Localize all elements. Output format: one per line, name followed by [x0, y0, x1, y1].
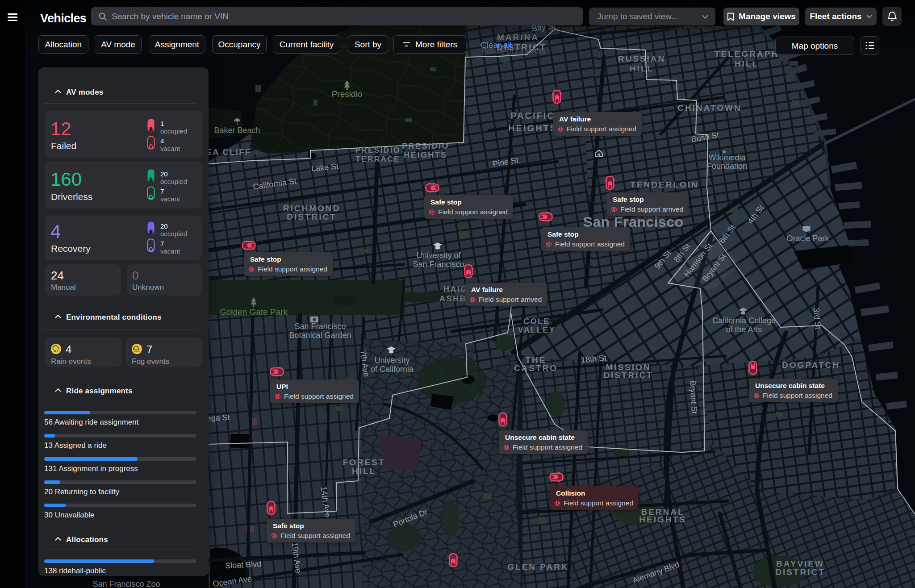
svg-text:VALLEY: VALLEY: [518, 325, 556, 334]
svg-text:Bryant St: Bryant St: [688, 380, 699, 414]
svg-text:CHINATOWN: CHINATOWN: [677, 103, 741, 113]
svg-text:DISTRICT: DISTRICT: [603, 371, 653, 380]
svg-text:Sloat Blvd: Sloat Blvd: [225, 559, 262, 570]
svg-text:Foundation: Foundation: [707, 162, 747, 171]
svg-text:EA CLIFF: EA CLIFF: [206, 148, 251, 157]
svg-text:TERRACE: TERRACE: [355, 155, 400, 163]
svg-text:DISTRICT: DISTRICT: [287, 212, 337, 221]
svg-text:Baker Beach: Baker Beach: [214, 126, 260, 135]
svg-text:HEIGHTS: HEIGHTS: [639, 515, 686, 524]
svg-text:University of: University of: [416, 251, 461, 260]
svg-text:HEIGHTS: HEIGHTS: [508, 123, 557, 133]
svg-text:FOREST: FOREST: [343, 458, 385, 467]
svg-text:Presidio: Presidio: [332, 89, 363, 99]
svg-text:HILL: HILL: [630, 64, 654, 73]
svg-text:RICHMOND: RICHMOND: [283, 204, 341, 213]
svg-text:PRESIDIO: PRESIDIO: [402, 142, 449, 150]
svg-text:California College: California College: [712, 316, 776, 325]
svg-text:ega St: ega St: [206, 413, 230, 423]
svg-text:HILL: HILL: [735, 59, 759, 68]
svg-text:Oracle Park: Oracle Park: [786, 234, 829, 243]
svg-text:Golden Gate Park: Golden Gate Park: [220, 307, 288, 317]
svg-text:DISTRICT: DISTRICT: [775, 567, 825, 577]
svg-text:Botanical Garden: Botanical Garden: [289, 331, 351, 340]
svg-text:PACIFIC: PACIFIC: [510, 111, 555, 121]
svg-text:San Francisco: San Francisco: [294, 322, 346, 331]
svg-text:of the Arts: of the Arts: [726, 325, 762, 334]
svg-text:Wikimedia: Wikimedia: [708, 153, 746, 162]
svg-text:of California: of California: [371, 365, 414, 374]
svg-text:PRESIDIO: PRESIDIO: [355, 146, 400, 154]
svg-text:GLEN PARK: GLEN PARK: [507, 562, 568, 571]
svg-text:University: University: [374, 356, 409, 365]
svg-text:COLE: COLE: [523, 317, 550, 326]
svg-text:TELEGRAPH: TELEGRAPH: [714, 49, 779, 58]
svg-text:San Francisco Zoo: San Francisco Zoo: [92, 580, 160, 588]
svg-text:HEIGHTS: HEIGHTS: [404, 150, 447, 159]
svg-text:BAYVIEW: BAYVIEW: [776, 559, 824, 568]
svg-text:3rd St: 3rd St: [812, 308, 823, 330]
svg-text:San Francisco: San Francisco: [413, 260, 464, 269]
svg-text:RUSSIAN: RUSSIAN: [618, 54, 666, 63]
svg-text:HILL: HILL: [352, 467, 376, 476]
svg-text:TENDERLOIN: TENDERLOIN: [630, 180, 699, 189]
svg-text:CASTRO: CASTRO: [514, 363, 558, 373]
svg-text:DOGPATCH: DOGPATCH: [782, 360, 840, 370]
